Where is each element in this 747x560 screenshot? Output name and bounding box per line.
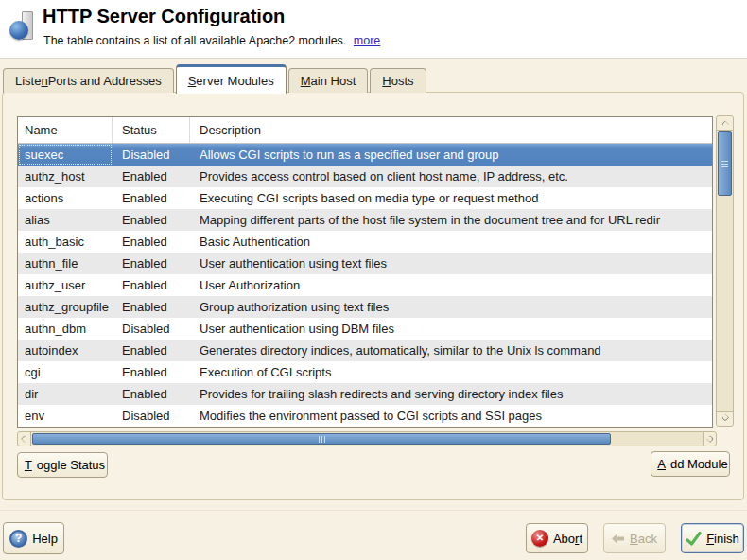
tab-server-modules[interactable]: Server Modules: [176, 64, 287, 94]
table-row[interactable]: cgiEnabledExecution of CGI scripts: [18, 361, 712, 383]
cell-name: authn_dbm: [18, 318, 113, 340]
abort-button[interactable]: ✕ Abort: [526, 523, 588, 553]
add-module-button[interactable]: Add Module: [651, 451, 730, 477]
back-arrow-icon: [612, 534, 625, 544]
cell-name: cgi: [18, 361, 113, 383]
cell-status: Disabled: [113, 405, 190, 427]
cell-desc: User authentication using text files: [190, 253, 712, 274]
vertical-scrollbar[interactable]: [716, 115, 734, 427]
cell-desc: Mapping different parts of the host file…: [190, 209, 712, 231]
cell-desc: User authentication using DBM files: [190, 318, 712, 340]
vertical-scrollbar-thumb[interactable]: [718, 131, 732, 196]
cell-name: authn_file: [18, 253, 113, 274]
table-row[interactable]: authz_groupfileEnabledGroup authorizatio…: [18, 296, 712, 318]
toggle-status-button[interactable]: Toggle Status: [17, 452, 108, 478]
cell-status: Enabled: [113, 166, 190, 187]
abort-button-label: Abort: [553, 532, 582, 546]
table-row[interactable]: actionsEnabledExecuting CGI scripts base…: [18, 187, 712, 209]
cell-status: Enabled: [113, 187, 190, 209]
cell-desc: Execution of CGI scripts: [190, 361, 712, 383]
scroll-up-button[interactable]: [717, 116, 733, 131]
horizontal-scrollbar[interactable]: [17, 431, 717, 446]
horizontal-scrollbar-thumb[interactable]: [32, 433, 611, 445]
finish-button[interactable]: Finish: [681, 523, 744, 553]
table-row[interactable]: aliasEnabledMapping different parts of t…: [18, 209, 712, 231]
chevron-down-icon: [721, 413, 728, 421]
cell-name: env: [18, 405, 113, 427]
chevron-left-icon: [20, 435, 27, 443]
globe-icon: [9, 21, 28, 40]
cell-desc: User Authorization: [190, 274, 712, 296]
cell-name: suexec: [18, 144, 113, 166]
cell-status: Disabled: [113, 144, 190, 166]
cell-status: Enabled: [113, 296, 190, 318]
tab-hosts[interactable]: Hosts: [370, 68, 426, 93]
scroll-left-button[interactable]: [18, 432, 31, 446]
cell-name: authz_host: [18, 166, 113, 187]
table-body: suexecDisabledAllows CGI scripts to run …: [18, 144, 712, 427]
cell-status: Enabled: [113, 209, 190, 231]
column-header-name[interactable]: Name: [18, 117, 113, 143]
cell-desc: Modifies the environment passed to CGI s…: [190, 405, 712, 427]
cell-status: Enabled: [113, 253, 190, 274]
cell-name: actions: [18, 187, 113, 209]
tab-bar: Listen Ports and Addresses Server Module…: [3, 64, 428, 93]
cell-name: autoindex: [18, 340, 113, 361]
cell-status: Enabled: [113, 274, 190, 296]
page-title: HTTP Server Configuration: [43, 6, 285, 27]
cell-name: dir: [18, 383, 113, 405]
tab-main-host[interactable]: Main Host: [288, 68, 369, 93]
footer-divider: [0, 510, 747, 511]
back-button: Back: [603, 523, 666, 553]
table-header: Name Status Description: [18, 117, 712, 144]
table-row[interactable]: suexecDisabledAllows CGI scripts to run …: [18, 144, 712, 166]
cell-desc: Provides access control based on client …: [190, 166, 712, 187]
tab-listen-ports-and-addresses[interactable]: Listen Ports and Addresses: [3, 68, 174, 93]
table-row[interactable]: authz_userEnabledUser Authorization: [18, 274, 712, 296]
finish-button-label: Finish: [706, 532, 739, 546]
more-link[interactable]: more: [354, 34, 380, 47]
cell-name: alias: [18, 209, 113, 231]
cell-status: Enabled: [113, 340, 190, 361]
dialog-header: HTTP Server Configuration The table cont…: [0, 0, 747, 59]
help-button[interactable]: ? Help: [3, 522, 64, 554]
cell-desc: Generates directory indices, automatical…: [190, 340, 712, 361]
table-row[interactable]: autoindexEnabledGenerates directory indi…: [18, 340, 712, 361]
modules-table: Name Status Description suexecDisabledAl…: [17, 116, 713, 428]
subtitle-text: The table contains a list of all availab…: [43, 34, 346, 47]
cell-name: authz_groupfile: [18, 296, 113, 318]
cell-desc: Allows CGI scripts to run as a specified…: [190, 144, 712, 166]
cell-status: Enabled: [113, 231, 190, 253]
table-row[interactable]: authn_fileEnabledUser authentication usi…: [18, 253, 712, 274]
help-question-icon: ?: [9, 530, 27, 548]
chevron-right-icon: [705, 435, 713, 443]
cell-desc: Group authorization using text files: [190, 296, 712, 318]
cell-status: Disabled: [113, 318, 190, 340]
table-row[interactable]: dirEnabledProvides for trailing slash re…: [18, 383, 712, 405]
cell-name: auth_basic: [18, 231, 113, 253]
chevron-up-icon: [721, 120, 728, 128]
abort-stop-icon: ✕: [531, 530, 548, 547]
cell-desc: Basic Authentication: [190, 231, 712, 253]
cell-status: Enabled: [113, 361, 190, 383]
cell-name: authz_user: [18, 274, 113, 296]
page-subtitle: The table contains a list of all availab…: [43, 34, 380, 47]
cell-desc: Executing CGI scripts based on media typ…: [190, 187, 712, 209]
scroll-down-button[interactable]: [717, 411, 733, 426]
help-button-label: Help: [32, 532, 58, 546]
table-row[interactable]: authz_hostEnabledProvides access control…: [18, 166, 712, 187]
cell-desc: Provides for trailing slash redirects an…: [190, 383, 712, 405]
scroll-right-button[interactable]: [703, 432, 716, 446]
table-row[interactable]: envDisabledModifies the environment pass…: [18, 405, 712, 427]
column-header-status[interactable]: Status: [113, 117, 190, 143]
column-header-description[interactable]: Description: [190, 117, 712, 143]
table-row[interactable]: authn_dbmDisabledUser authentication usi…: [18, 318, 712, 340]
http-server-icon: [9, 11, 38, 45]
finish-check-icon: [686, 532, 702, 546]
cell-status: Enabled: [113, 383, 190, 405]
back-button-label: Back: [630, 532, 657, 546]
table-row[interactable]: auth_basicEnabledBasic Authentication: [18, 231, 712, 253]
